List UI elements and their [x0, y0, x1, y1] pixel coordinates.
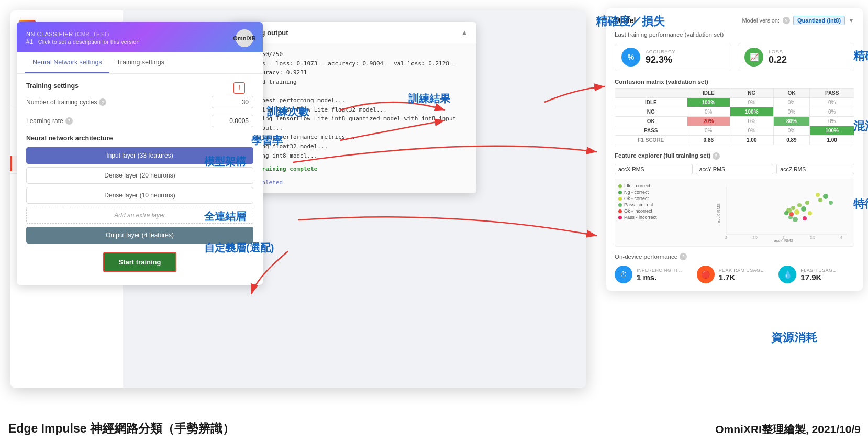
- svg-text:4: 4: [840, 236, 842, 239]
- scatter-plot: accY RMS accX RMS: [716, 182, 852, 245]
- training-line-1: Epoch 250/250: [238, 50, 469, 59]
- svg-text:2: 2: [725, 236, 727, 239]
- training-header: Training output ▲: [230, 22, 476, 43]
- ram-label: PEAK RAM USAGE: [719, 268, 764, 273]
- lr-input[interactable]: [212, 115, 253, 127]
- ram-icon: 🔴: [697, 266, 715, 283]
- feature-select-y[interactable]: accY RMS: [696, 164, 774, 174]
- layer-add[interactable]: Add an extra layer: [26, 207, 253, 224]
- layer-dense-1[interactable]: Dense layer (20 neurons): [26, 167, 253, 184]
- nn-tabs: Neural Network settings Training setting…: [17, 52, 263, 74]
- svg-text:3.5: 3.5: [810, 236, 815, 239]
- legend-ok-wrong: Ok - incorrect: [618, 208, 657, 214]
- cycles-input[interactable]: [212, 96, 253, 108]
- perf-title: On-device performance ?: [615, 253, 854, 260]
- info-button[interactable]: !: [233, 82, 245, 94]
- bottom-left: Edge Impulse 神經網路分類（手勢辨識）: [8, 421, 235, 437]
- svg-point-15: [829, 201, 833, 205]
- infer-icon: ⏱: [615, 266, 632, 283]
- svg-point-11: [793, 217, 798, 222]
- nn-title-small: NN CLASSIFIER (CMR_TEST): [26, 31, 140, 37]
- svg-text:2.5: 2.5: [752, 236, 758, 239]
- flash-label: FLASH USAGE: [800, 268, 836, 273]
- model-results-panel: Model Model version: ? Quantized (int8) …: [606, 8, 863, 291]
- screenshot-frame: EDGE IMPULSE ⊞ Dashboard 🖥 Devices ▦ Dat…: [10, 10, 586, 388]
- cm-header-ng: NG: [730, 89, 773, 98]
- perf-cards: ⏱ INFERENCING TI... 1 ms. 🔴 PEAK RAM USA…: [615, 266, 854, 283]
- feature-help[interactable]: ?: [713, 152, 720, 160]
- nn-classifier-panel: NN CLASSIFIER (CMR_TEST) #1 Click to set…: [17, 22, 263, 285]
- feature-chart: Idle - correct Ng - correct Ok - correct…: [615, 179, 854, 247]
- svg-point-6: [797, 203, 802, 207]
- version-help[interactable]: ?: [783, 17, 790, 24]
- cm-header-blank: [615, 89, 687, 98]
- loss-card: 📈 LOSS 0.22: [738, 43, 854, 71]
- badge-dropdown[interactable]: ▼: [848, 17, 854, 24]
- svg-point-4: [784, 211, 788, 215]
- bottom-right: OmniXRI整理繪製, 2021/10/9: [715, 422, 861, 437]
- infer-value: 1 ms.: [637, 273, 682, 282]
- table-row: F1 SCORE 0.86 1.00 0.89 1.00: [615, 136, 854, 145]
- legend-ng: Ng - correct: [618, 190, 657, 195]
- lr-help[interactable]: ?: [65, 117, 73, 125]
- layer-input[interactable]: Input layer (33 features): [26, 147, 253, 164]
- training-line-3: Finished training: [238, 78, 469, 87]
- training-line-10: Profiling int8 model...: [238, 151, 469, 161]
- layer-output[interactable]: Output layer (4 features): [26, 227, 253, 244]
- version-label: Model version:: [742, 17, 780, 24]
- feature-title: Feature explorer (full training set) ?: [615, 152, 854, 160]
- loss-label: LOSS: [769, 49, 787, 54]
- svg-point-17: [803, 216, 807, 220]
- svg-point-8: [801, 206, 806, 212]
- infer-label: INFERENCING TI...: [637, 268, 682, 273]
- accuracy-card: % ACCURACY 92.3%: [615, 43, 731, 71]
- cm-header-idle: IDLE: [687, 89, 730, 98]
- training-chevron[interactable]: ▲: [461, 28, 468, 37]
- nn-avatar: OmniXR: [236, 29, 253, 47]
- svg-point-5: [794, 209, 799, 215]
- accuracy-loss-row: % ACCURACY 92.3% 📈 LOSS 0.22: [615, 43, 854, 71]
- training-settings-title: Training settings: [26, 82, 253, 90]
- nn-header: NN CLASSIFIER (CMR_TEST) #1 Click to set…: [17, 22, 263, 52]
- svg-point-12: [818, 198, 822, 202]
- legend-pass: Pass - correct: [618, 202, 657, 207]
- model-title: Model: [615, 16, 636, 25]
- table-row: NG 0% 100% 0% 0%: [615, 107, 854, 117]
- feature-dropdowns: accX RMS accY RMS accZ RMS: [615, 164, 854, 174]
- loss-icon: 📈: [744, 48, 763, 67]
- table-row: PASS 0% 0% 0% 100%: [615, 126, 854, 136]
- training-line-7: Converting TensorFlow Lite int8 quantize…: [238, 114, 469, 132]
- arch-title: Neural network architecture: [26, 135, 253, 142]
- perf-help[interactable]: ?: [680, 253, 687, 260]
- feature-select-x[interactable]: accX RMS: [615, 164, 693, 174]
- training-line-5: Saving best performing model...: [238, 96, 469, 105]
- legend-pass-wrong: Pass - incorrect: [618, 215, 657, 220]
- nn-version[interactable]: #1 Click to set a description for this v…: [26, 38, 140, 46]
- feature-select-z[interactable]: accZ RMS: [776, 164, 854, 174]
- svg-point-3: [791, 206, 795, 210]
- tab-training-settings[interactable]: Training settings: [109, 52, 172, 73]
- accuracy-label: ACCURACY: [646, 49, 675, 54]
- training-line-8: Calculating performance metrics...: [238, 132, 469, 142]
- tab-nn-settings[interactable]: Neural Network settings: [25, 52, 109, 73]
- last-training-label: Last training performance (validation se…: [615, 31, 854, 38]
- layer-dense-2[interactable]: Dense layer (10 neurons): [26, 187, 253, 204]
- cycles-row: Number of training cycles ?: [26, 96, 253, 108]
- start-training-button[interactable]: Start training: [103, 252, 176, 272]
- lr-row: Learning rate ?: [26, 115, 253, 127]
- cycles-help[interactable]: ?: [99, 98, 106, 106]
- flash-value: 17.9K: [800, 273, 836, 282]
- svg-point-13: [823, 194, 828, 199]
- legend-ok: Ok - correct: [618, 196, 657, 201]
- model-header-row: Model Model version: ? Quantized (int8) …: [615, 16, 854, 25]
- flash-icon: 💧: [778, 266, 796, 283]
- quantized-badge[interactable]: Quantized (int8): [793, 16, 845, 25]
- performance-section: On-device performance ? ⏱ INFERENCING TI…: [615, 253, 854, 283]
- training-line-2: 2/2 - 0s - loss: 0.1073 - accuracy: 0.98…: [238, 59, 469, 78]
- svg-point-10: [808, 211, 812, 215]
- training-complete: Model training complete: [238, 164, 469, 174]
- cm-header-pass: PASS: [810, 89, 854, 98]
- table-row: OK 20% 0% 80% 0%: [615, 117, 854, 126]
- loss-value: 0.22: [769, 54, 787, 65]
- perf-card-infer: ⏱ INFERENCING TI... 1 ms.: [615, 266, 691, 283]
